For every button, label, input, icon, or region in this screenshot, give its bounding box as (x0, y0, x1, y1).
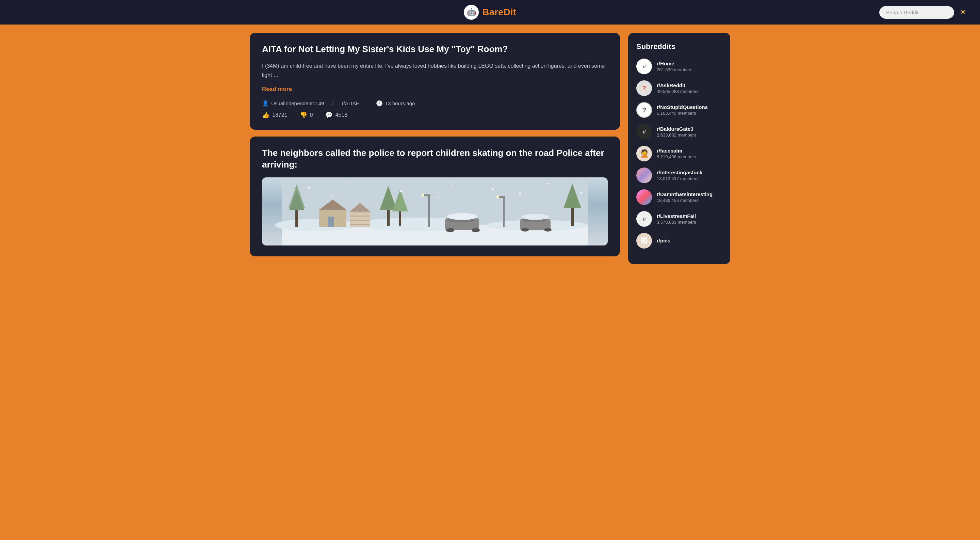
svg-point-26 (496, 196, 499, 198)
subreddit-members-facepalm: 8,219,408 members (657, 154, 696, 159)
subreddit-item-pics[interactable]: 🖼 r/pics (636, 233, 722, 248)
app-title: BareDit (482, 7, 516, 18)
subreddit-item-interesting[interactable]: r/interestingasfuck 13,013,437 members (636, 167, 722, 183)
subreddit-info-interesting: r/interestingasfuck 13,013,437 members (657, 170, 702, 181)
search-input[interactable] (879, 6, 954, 19)
svg-rect-24 (503, 196, 504, 227)
subreddit-icon-nostupid: ? (636, 102, 652, 118)
subreddit-item-damn[interactable]: r/Damnthatsinteresting 18,436,456 member… (636, 189, 722, 205)
subreddit-info-home: r/Home 261,539 members (657, 61, 692, 72)
svg-point-43 (492, 188, 494, 190)
subreddit-info-askreddit: r/AskReddit 49,505,083 members (657, 83, 698, 94)
svg-point-23 (422, 194, 424, 196)
subreddits-title: Subreddits (636, 42, 722, 51)
upvote-button[interactable]: 👍 18721 (262, 112, 288, 119)
subreddit-name-home: r/Home (657, 61, 692, 66)
svg-point-31 (447, 213, 477, 220)
svg-rect-12 (350, 212, 370, 212)
subreddit-name-askreddit: r/AskReddit (657, 83, 698, 88)
subreddit-info-facepalm: r/facepalm 8,219,408 members (657, 148, 696, 159)
post-actions: 👍 18721 👎 0 💬 4518 (262, 112, 608, 119)
post-title: AITA for Not Letting My Sister's Kids Us… (262, 44, 608, 55)
svg-point-42 (451, 183, 453, 185)
post-excerpt: I (34M) am child-free and have been my e… (262, 61, 608, 80)
subreddit-info-livestream: r/LivestreamFail 3,578,603 members (657, 213, 696, 225)
subreddit-name-nostupid: r/NoStupidQuestions (657, 104, 708, 110)
clock-icon: 🕐 (376, 100, 383, 107)
subreddit-icon-pics: 🖼 (636, 233, 652, 248)
brand: 🤖 BareDit (464, 5, 516, 20)
subreddit-members-damn: 18,436,456 members (657, 198, 713, 203)
subreddit-icon-damn (636, 189, 652, 205)
downvote-count: 0 (310, 112, 313, 118)
read-more-link[interactable]: Read more (262, 86, 292, 92)
subreddit-members-home: 261,539 members (657, 67, 692, 72)
comment-count: 4518 (335, 112, 347, 118)
comment-icon: 💬 (325, 112, 332, 119)
svg-rect-10 (328, 217, 334, 227)
thumbs-down-icon: 👎 (300, 112, 307, 119)
subreddit-members-livestream: 3,578,603 members (657, 220, 696, 225)
downvote-button[interactable]: 👎 0 (300, 112, 313, 119)
subreddit-name-interesting: r/interestingasfuck (657, 170, 702, 175)
subreddit-info-baldurs: r/BaldursGate3 2,633,682 members (657, 126, 696, 137)
subreddit-members-askreddit: 49,505,083 members (657, 89, 698, 94)
sidebar: Subreddits r/ r/Home 261,539 members ? r… (628, 33, 730, 264)
main-layout: AITA for Not Letting My Sister's Kids Us… (242, 24, 738, 272)
post-card-2: The neighbors called the police to repor… (250, 137, 620, 256)
subreddit-icon-livestream: r/ (636, 211, 652, 227)
svg-point-35 (544, 228, 552, 231)
theme-toggle-icon[interactable]: ☀ (959, 8, 966, 17)
post-image (262, 177, 608, 245)
svg-point-40 (349, 182, 350, 183)
post-subreddit: r/AITAH (342, 100, 360, 106)
svg-rect-21 (428, 194, 430, 227)
author-name: UsualIndependent1149 (271, 100, 324, 106)
subreddit-members-nostupid: 5,163,440 members (657, 111, 708, 116)
subreddit-name[interactable]: r/AITAH (342, 100, 360, 106)
svg-point-36 (522, 214, 549, 220)
svg-point-46 (332, 196, 334, 197)
subreddit-item-askreddit[interactable]: ? r/AskReddit 49,505,083 members (636, 80, 722, 96)
subreddit-item-home[interactable]: r/ r/Home 261,539 members (636, 59, 722, 74)
logo: 🤖 (464, 5, 479, 20)
subreddit-name-damn: r/Damnthatsinteresting (657, 191, 713, 197)
subreddit-item-baldurs[interactable]: r/ r/BaldursGate3 2,633,682 members (636, 124, 722, 140)
svg-point-39 (308, 186, 310, 189)
subreddit-item-facepalm[interactable]: 🤦 r/facepalm 8,219,408 members (636, 146, 722, 161)
subreddit-icon-baldurs: r/ (636, 124, 652, 140)
post-meta: 👤 UsualIndependent1149 / r/AITAH 🕐 13 ho… (262, 100, 608, 107)
subreddit-members-baldurs: 2,633,682 members (657, 132, 696, 137)
svg-point-45 (580, 192, 582, 194)
user-icon: 👤 (262, 100, 269, 107)
svg-rect-13 (350, 215, 370, 217)
subreddit-icon-askreddit: ? (636, 80, 652, 96)
thumbs-up-icon: 👍 (262, 112, 269, 119)
subreddit-info-pics: r/pics (657, 238, 670, 244)
header-right: ☀ (879, 6, 966, 19)
svg-rect-15 (350, 224, 370, 225)
subreddit-members-interesting: 13,013,437 members (657, 176, 702, 181)
comments-button[interactable]: 💬 4518 (325, 112, 347, 119)
subreddit-name-livestream: r/LivestreamFail (657, 213, 696, 219)
subreddit-info-nostupid: r/NoStupidQuestions 5,163,440 members (657, 104, 708, 116)
subreddit-name-facepalm: r/facepalm (657, 148, 696, 154)
subreddit-icon-facepalm: 🤦 (636, 146, 652, 161)
svg-rect-14 (350, 220, 370, 221)
svg-point-47 (438, 197, 439, 199)
svg-text:?: ? (643, 85, 646, 92)
post-card: AITA for Not Letting My Sister's Kids Us… (250, 33, 620, 130)
subreddit-name-pics: r/pics (657, 238, 670, 244)
subreddit-icon-interesting (636, 167, 652, 183)
post-title-2: The neighbors called the police to repor… (262, 147, 608, 170)
subreddit-icon-home: r/ (636, 59, 652, 74)
upvote-count: 18721 (272, 112, 288, 118)
subreddit-item-nostupid[interactable]: ? r/NoStupidQuestions 5,163,440 members (636, 102, 722, 118)
svg-point-48 (519, 193, 521, 195)
meta-separator: / (332, 100, 334, 107)
subreddit-item-livestream[interactable]: r/ r/LivestreamFail 3,578,603 members (636, 211, 722, 227)
svg-point-30 (472, 228, 480, 232)
svg-point-34 (521, 228, 529, 231)
svg-point-29 (446, 228, 454, 232)
header: 🤖 BareDit ☀ (0, 0, 980, 24)
